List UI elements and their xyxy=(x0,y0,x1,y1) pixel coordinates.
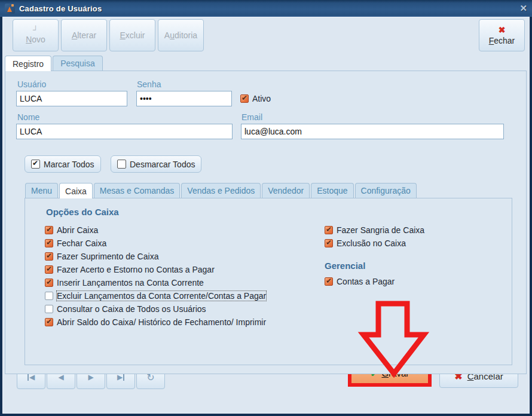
tab-mesas-label: Mesas e Comandas xyxy=(100,186,175,195)
checked-box-icon xyxy=(31,160,40,169)
alterar-button[interactable]: Alterar xyxy=(61,19,107,51)
app-icon xyxy=(5,4,15,14)
tab-caixa[interactable]: Caixa xyxy=(59,183,93,198)
tab-registro[interactable]: Registro xyxy=(5,56,51,71)
checkbox[interactable] xyxy=(45,239,53,247)
option-label: Fazer Acerto e Estorno no Contas a Pagar xyxy=(57,265,215,274)
marcar-todos-label: Marcar Todos xyxy=(44,160,94,169)
fechar-button[interactable]: ✖ Fechar xyxy=(479,19,525,51)
option-consultar-caixa[interactable]: Consultar o Caixa de Todos os Usuários xyxy=(45,302,266,316)
checkbox[interactable] xyxy=(45,226,53,234)
tab-menu[interactable]: Menu xyxy=(25,183,58,198)
option-abrir-saldo[interactable]: Abrir Saldo do Caixa/ Histórico de Fecha… xyxy=(45,316,266,329)
senha-label: Senha xyxy=(137,79,161,89)
tab-pesquisa-label: Pesquisa xyxy=(60,59,95,68)
novo-label: Novo xyxy=(26,35,45,44)
opcoes-do-caixa-header: Opções do Caixa xyxy=(46,207,119,217)
gerencial-column: Contas a Pagar xyxy=(325,275,395,288)
tab-estoque[interactable]: Estoque xyxy=(311,183,353,198)
tab-menu-label: Menu xyxy=(31,186,52,195)
tab-caixa-label: Caixa xyxy=(65,186,87,196)
close-x-icon: ✖ xyxy=(499,25,506,35)
marcar-todos-button[interactable]: Marcar Todos xyxy=(25,155,101,173)
option-inserir-lancamentos[interactable]: Inserir Lançamentos na Conta Corrente xyxy=(45,276,266,289)
usuario-input[interactable] xyxy=(16,91,127,106)
excluir-label: Excluir xyxy=(120,30,145,40)
excluir-button[interactable]: Excluir xyxy=(109,19,155,51)
checkbox[interactable] xyxy=(45,252,53,261)
option-fazer-sangria[interactable]: Fazer Sangria de Caixa xyxy=(325,224,424,237)
checkbox[interactable] xyxy=(45,292,53,300)
ativo-checkbox[interactable] xyxy=(240,94,249,103)
option-label: Fechar Caixa xyxy=(57,238,106,248)
unchecked-box-icon xyxy=(117,160,126,169)
option-abrir-caixa[interactable]: Abrir Caixa xyxy=(45,224,266,237)
checkbox[interactable] xyxy=(45,305,53,313)
tab-configuracao[interactable]: Configuração xyxy=(355,183,417,198)
caixa-options-right-column: Fazer Sangria de Caixa Exclusão no Caixa xyxy=(325,224,424,250)
novo-button[interactable]: ┘ Novo xyxy=(13,19,59,51)
option-fazer-suprimento[interactable]: Fazer Suprimento de Caixa xyxy=(45,250,266,263)
option-label: Fazer Suprimento de Caixa xyxy=(57,252,158,261)
option-label: Inserir Lançamentos na Conta Corrente xyxy=(57,278,204,287)
nome-label: Nome xyxy=(17,112,39,122)
auditoria-label: Auditoria xyxy=(164,30,197,40)
tab-registro-label: Registro xyxy=(13,59,44,69)
desmarcar-todos-button[interactable]: Desmarcar Todos xyxy=(111,155,201,173)
checkbox[interactable] xyxy=(325,277,333,286)
tab-mesas-e-comandas[interactable]: Mesas e Comandas xyxy=(94,183,181,198)
first-record-icon: ◀ xyxy=(27,374,35,381)
tab-configuracao-label: Configuração xyxy=(361,186,411,195)
option-contas-a-pagar[interactable]: Contas a Pagar xyxy=(325,275,395,288)
tab-vendas-label: Vendas e Pedidos xyxy=(187,186,255,195)
desmarcar-todos-label: Desmarcar Todos xyxy=(130,160,195,169)
nome-input[interactable] xyxy=(16,124,233,139)
previous-record-icon: ◀ xyxy=(58,373,63,381)
window-close-icon[interactable]: ✕ xyxy=(519,3,527,14)
option-fechar-caixa[interactable]: Fechar Caixa xyxy=(45,237,266,250)
option-label: Consultar o Caixa de Todos os Usuários xyxy=(57,304,206,314)
permission-tabs: Menu Caixa Mesas e Comandas Vendas e Ped… xyxy=(25,183,418,198)
gerencial-header: Gerencial xyxy=(325,261,365,271)
checkbox[interactable] xyxy=(325,226,333,234)
toolbar: ┘ Novo Alterar Excluir Auditoria ✖ Fecha… xyxy=(7,19,525,55)
checkbox[interactable] xyxy=(45,265,53,274)
option-label: Excluir Lançamentos da Conta Corrente/Co… xyxy=(57,291,266,301)
fechar-label: Fechar xyxy=(489,36,515,45)
window-cadastro-de-usuarios: Cadastro de Usuários ✕ ┘ Novo Alterar Ex… xyxy=(0,0,532,416)
option-label: Fazer Sangria de Caixa xyxy=(337,225,424,235)
tab-vendedor[interactable]: Vendedor xyxy=(262,183,310,198)
caixa-permissions-panel: Opções do Caixa Abrir Caixa Fechar Caixa… xyxy=(25,198,512,365)
option-excluir-lancamentos[interactable]: Excluir Lançamentos da Conta Corrente/Co… xyxy=(45,289,266,302)
window-title: Cadastro de Usuários xyxy=(19,4,102,13)
option-label: Abrir Caixa xyxy=(57,225,98,235)
ativo-checkbox-row[interactable]: Ativo xyxy=(240,94,271,103)
client-area: ┘ Novo Alterar Excluir Auditoria ✖ Fecha… xyxy=(2,17,530,414)
email-label: Email xyxy=(241,112,262,122)
checkbox[interactable] xyxy=(45,279,53,287)
titlebar: Cadastro de Usuários ✕ xyxy=(0,0,532,17)
new-record-icon: ┘ xyxy=(33,27,38,33)
registro-tab-page: Usuário Senha Ativo Nome Email Marcar To… xyxy=(5,71,527,374)
last-record-icon: ▶ xyxy=(117,374,124,381)
main-tabs: Registro Pesquisa xyxy=(5,56,104,71)
auditoria-button[interactable]: Auditoria xyxy=(158,19,204,51)
option-exclusao-no-caixa[interactable]: Exclusão no Caixa xyxy=(325,237,424,250)
tab-vendedor-label: Vendedor xyxy=(268,186,304,195)
ativo-label: Ativo xyxy=(252,94,271,103)
email-input[interactable] xyxy=(241,124,504,139)
caixa-options-left-column: Abrir Caixa Fechar Caixa Fazer Supriment… xyxy=(45,224,266,329)
alterar-label: Alterar xyxy=(72,30,96,40)
option-label: Exclusão no Caixa xyxy=(337,238,406,248)
senha-input[interactable] xyxy=(136,91,232,106)
next-record-icon: ▶ xyxy=(88,373,93,381)
option-fazer-acerto-estorno[interactable]: Fazer Acerto e Estorno no Contas a Pagar xyxy=(45,263,266,276)
tab-pesquisa[interactable]: Pesquisa xyxy=(53,56,103,71)
option-label: Contas a Pagar xyxy=(337,277,395,286)
checkbox[interactable] xyxy=(45,318,53,326)
checkbox[interactable] xyxy=(325,239,333,247)
tab-vendas-e-pedidos[interactable]: Vendas e Pedidos xyxy=(181,183,261,198)
usuario-label: Usuário xyxy=(17,79,46,89)
option-label: Abrir Saldo do Caixa/ Histórico de Fecha… xyxy=(57,317,266,327)
tab-estoque-label: Estoque xyxy=(317,186,347,195)
